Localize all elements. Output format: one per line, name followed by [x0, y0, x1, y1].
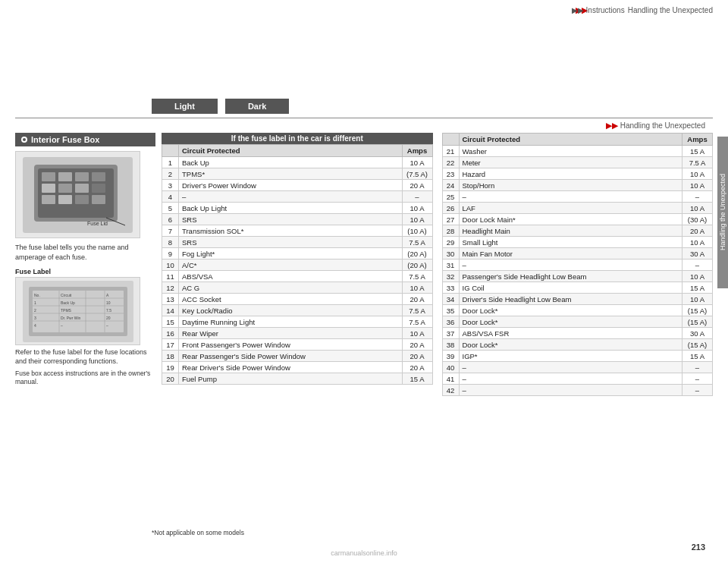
tab-light[interactable]: Light	[152, 99, 218, 114]
row-amps: 10 A	[402, 157, 432, 168]
tab-dark[interactable]: Dark	[225, 99, 289, 114]
row-amps: (10 A)	[402, 225, 432, 237]
table-row: 35 Door Lock* (15 A)	[442, 305, 713, 316]
row-circuit: Front Passenger's Power Window	[179, 339, 403, 351]
row-amps: 10 A	[682, 237, 713, 248]
row-amps: 10 A	[682, 294, 713, 305]
table-row: 19 Rear Driver's Side Power Window 20 A	[162, 362, 433, 373]
row-circuit: LAF	[459, 203, 682, 214]
table-row: 10 A/C* (20 A)	[162, 259, 433, 271]
section-title-text: Interior Fuse Box	[31, 135, 99, 144]
row-amps: 10 A	[682, 271, 713, 282]
row-num: 26	[442, 203, 459, 214]
row-amps: 20 A	[402, 362, 432, 373]
top-nav: ▶▶ ▶▶ Instructions Handling the Unexpect…	[576, 6, 713, 14]
nav-text: Handling the Unexpected	[628, 6, 713, 14]
col-num-header	[162, 145, 179, 157]
table-row: 40 – –	[442, 362, 713, 373]
row-circuit: Back Up Light	[179, 203, 403, 214]
row-num: 20	[162, 373, 179, 385]
row-circuit: Fuel Pump	[179, 373, 403, 385]
svg-rect-6	[92, 172, 105, 181]
row-amps: (20 A)	[402, 248, 432, 259]
row-num: 37	[442, 328, 459, 339]
svg-text:Fuse Lid: Fuse Lid	[87, 221, 108, 226]
row-num: 14	[162, 305, 179, 316]
row-circuit: Passenger's Side Headlight Low Beam	[459, 271, 682, 282]
col-num-header-2	[442, 134, 459, 146]
row-amps: (15 A)	[682, 305, 713, 316]
table-row: 3 Driver's Power Window 20 A	[162, 180, 433, 191]
row-num: 11	[162, 271, 179, 282]
chapter-label: Handling the Unexpected	[719, 174, 726, 250]
row-circuit: –	[179, 191, 403, 203]
row-circuit: ACC Socket	[179, 294, 403, 305]
row-circuit: Meter	[459, 157, 682, 168]
table-row: 25 – –	[442, 191, 713, 203]
row-num: 27	[442, 214, 459, 225]
row-circuit: ABS/VSA FSR	[459, 328, 682, 339]
table-row: 15 Daytime Running Light 7.5 A	[162, 316, 433, 328]
row-num: 32	[442, 271, 459, 282]
svg-text:–: –	[61, 323, 63, 328]
svg-text:Circuit: Circuit	[61, 293, 72, 297]
row-amps: 7.5 A	[402, 305, 432, 316]
row-circuit: IGP*	[459, 351, 682, 362]
svg-rect-14	[92, 195, 105, 204]
row-circuit: AC G	[179, 282, 403, 294]
main-content: Interior Fuse Box	[15, 133, 713, 533]
table-row: 1 Back Up 10 A	[162, 157, 433, 168]
row-num: 6	[162, 214, 179, 225]
table-row: 23 Hazard 10 A	[442, 168, 713, 180]
row-num: 22	[442, 157, 459, 168]
table-row: 31 – –	[442, 259, 713, 271]
table1-header: If the fuse label in the car is differen…	[162, 133, 433, 144]
row-num: 30	[442, 248, 459, 259]
row-amps: (20 A)	[402, 259, 432, 271]
fuse-table-1: Circuit Protected Amps 1 Back Up 10 A 2 …	[162, 144, 433, 385]
fuse-label-svg: No. Circuit A 1 Back Up 10 2 TPMS 7.5 3 …	[21, 279, 135, 344]
row-num: 23	[442, 168, 459, 180]
table-row: 42 – –	[442, 385, 713, 396]
row-num: 1	[162, 157, 179, 168]
row-num: 35	[442, 305, 459, 316]
horizontal-rule	[15, 118, 713, 118]
fuse-box-description2: Refer to the fuse label for the fuse loc…	[15, 348, 155, 366]
table-row: 12 AC G 10 A	[162, 282, 433, 294]
middle-column: If the fuse label in the car is differen…	[155, 133, 439, 533]
row-amps: 10 A	[402, 203, 432, 214]
row-amps: 20 A	[402, 180, 432, 191]
row-circuit: SRS	[179, 237, 403, 248]
table-row: 37 ABS/VSA FSR 30 A	[442, 328, 713, 339]
nav-breadcrumb: ▶▶ Instructions	[572, 6, 625, 14]
row-num: 8	[162, 237, 179, 248]
row-amps: 30 A	[682, 328, 713, 339]
svg-rect-3	[42, 172, 55, 181]
row-num: 29	[442, 237, 459, 248]
row-circuit: TPMS*	[179, 168, 403, 180]
row-num: 31	[442, 259, 459, 271]
fuse-box-notice: Fuse box access instructions are in the …	[15, 370, 155, 388]
row-amps: –	[682, 362, 713, 373]
svg-rect-8	[58, 184, 72, 193]
row-num: 18	[162, 351, 179, 362]
row-num: 24	[442, 180, 459, 191]
fuse-box-image: Fuse Lid	[15, 151, 140, 238]
table-row: 36 Door Lock* (15 A)	[442, 316, 713, 328]
row-num: 34	[442, 294, 459, 305]
row-circuit: Driver's Side Headlight Low Beam	[459, 294, 682, 305]
row-amps: 15 A	[682, 282, 713, 294]
row-amps: 20 A	[682, 225, 713, 237]
table-row: 16 Rear Wiper 10 A	[162, 328, 433, 339]
row-amps: 10 A	[402, 214, 432, 225]
row-amps: 10 A	[682, 168, 713, 180]
footnote: *Not applicable on some models	[152, 529, 244, 536]
row-amps: 7.5 A	[402, 316, 432, 328]
row-num: 36	[442, 316, 459, 328]
row-circuit: –	[459, 191, 682, 203]
chapter-bar: Handling the Unexpected	[717, 137, 728, 288]
svg-rect-7	[42, 184, 55, 193]
row-amps: –	[682, 385, 713, 396]
right-column: Circuit Protected Amps 21 Washer 15 A 22…	[439, 133, 714, 533]
page-nav: ▶▶ Handling the Unexpected	[606, 121, 705, 130]
